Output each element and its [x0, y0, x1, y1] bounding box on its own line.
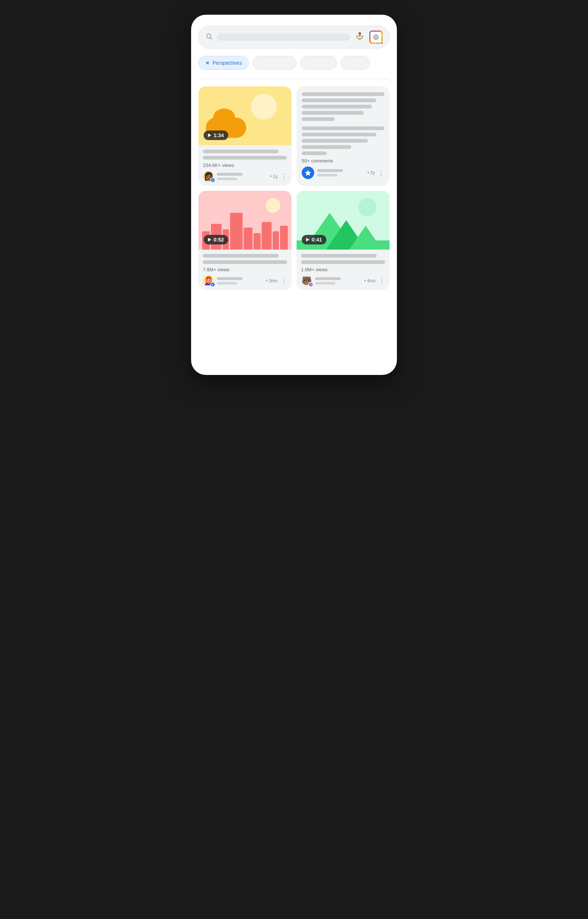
- perspectives-chip[interactable]: ✕ Perspectives: [199, 56, 249, 70]
- card-4-body: 1.9M+ views 🐻 ⚡ • 4mo ⋮: [297, 250, 389, 290]
- heart-badge-3: ♥: [210, 282, 215, 287]
- card-1-body: 234.6K+ views 👩🏾 ♥ • 1y ⋮: [199, 145, 291, 186]
- svg-line-1: [211, 37, 212, 39]
- card-3-footer: 👩🏼‍🦰 ♥ • 3mo ⋮: [203, 275, 287, 286]
- card-4-time: • 4mo: [364, 278, 376, 283]
- filter-chip-2[interactable]: [252, 56, 297, 70]
- card-1-time: • 1y: [270, 174, 278, 179]
- svg-marker-7: [305, 170, 311, 176]
- play-icon: [208, 133, 211, 137]
- card-1-footer: 👩🏾 ♥ • 1y ⋮: [203, 171, 287, 182]
- bolt-badge-4: ⚡: [309, 282, 313, 287]
- more-options-icon[interactable]: ⋮: [280, 173, 287, 180]
- filter-chip-4[interactable]: [341, 56, 370, 70]
- play-icon-4: [306, 238, 309, 242]
- search-bar[interactable]: [199, 26, 389, 48]
- chip-label: Perspectives: [212, 60, 242, 66]
- card-1-meta: [217, 173, 267, 180]
- svg-point-6: [375, 36, 377, 38]
- card-3-avatar: 👩🏼‍🦰 ♥: [203, 275, 214, 286]
- card-4-stat: 1.9M+ views: [301, 267, 385, 272]
- search-input[interactable]: [217, 34, 350, 41]
- card-2-time: • 2y: [367, 170, 375, 175]
- search-icon: [205, 33, 213, 42]
- card-3-time: • 3mo: [266, 278, 278, 283]
- card-3-meta: [217, 277, 263, 284]
- mic-icon[interactable]: [355, 31, 365, 43]
- card-1-title-line-1: [203, 150, 279, 153]
- card-4-avatar: 🐻 ⚡: [301, 275, 312, 286]
- more-options-icon-4[interactable]: ⋮: [378, 278, 385, 284]
- card-2-stat: 50+ comments: [302, 158, 384, 163]
- close-icon[interactable]: ✕: [205, 60, 210, 66]
- more-options-icon-3[interactable]: ⋮: [280, 278, 287, 284]
- lens-icon[interactable]: [369, 31, 383, 44]
- card-2-avatar: [302, 166, 314, 179]
- card-3-duration: 0:52: [204, 235, 228, 244]
- card-1-title-line-2: [203, 156, 287, 160]
- divider: [199, 79, 389, 79]
- card-3[interactable]: 0:52 7.8M+ views 👩🏼‍🦰 ♥ • 3mo: [199, 191, 291, 290]
- card-2-footer: • 2y ⋮: [302, 166, 384, 179]
- filter-chips-row: ✕ Perspectives: [199, 56, 389, 70]
- play-icon-3: [208, 238, 211, 242]
- card-2-content: 50+ comments • 2y ⋮: [297, 86, 389, 183]
- card-4-duration: 0:41: [302, 235, 326, 244]
- card-1-thumbnail: 1:34: [199, 86, 291, 145]
- card-3-stat: 7.8M+ views: [203, 267, 287, 272]
- more-options-icon-2[interactable]: ⋮: [378, 170, 384, 176]
- card-3-thumbnail: 0:52: [199, 191, 291, 250]
- heart-badge: ♥: [210, 178, 215, 183]
- filter-chip-3[interactable]: [300, 56, 337, 70]
- card-1[interactable]: 1:34 234.6K+ views 👩🏾 ♥ • 1y: [199, 86, 291, 186]
- card-2[interactable]: 50+ comments • 2y ⋮: [297, 86, 389, 186]
- svg-rect-2: [359, 32, 361, 37]
- card-4[interactable]: 0:41 1.9M+ views 🐻 ⚡ • 4mo: [297, 191, 389, 290]
- card-4-footer: 🐻 ⚡ • 4mo ⋮: [301, 275, 385, 286]
- card-4-meta: [315, 277, 361, 284]
- phone-frame: ✕ Perspectives 1:34: [191, 15, 397, 375]
- card-1-stat: 234.6K+ views: [203, 163, 287, 168]
- card-3-body: 7.8M+ views 👩🏼‍🦰 ♥ • 3mo ⋮: [199, 250, 291, 290]
- card-2-meta: [317, 169, 365, 176]
- card-1-duration: 1:34: [204, 131, 228, 140]
- card-4-thumbnail: 0:41: [297, 191, 389, 250]
- card-1-avatar: 👩🏾 ♥: [203, 171, 214, 182]
- cards-grid: 1:34 234.6K+ views 👩🏾 ♥ • 1y: [199, 86, 389, 290]
